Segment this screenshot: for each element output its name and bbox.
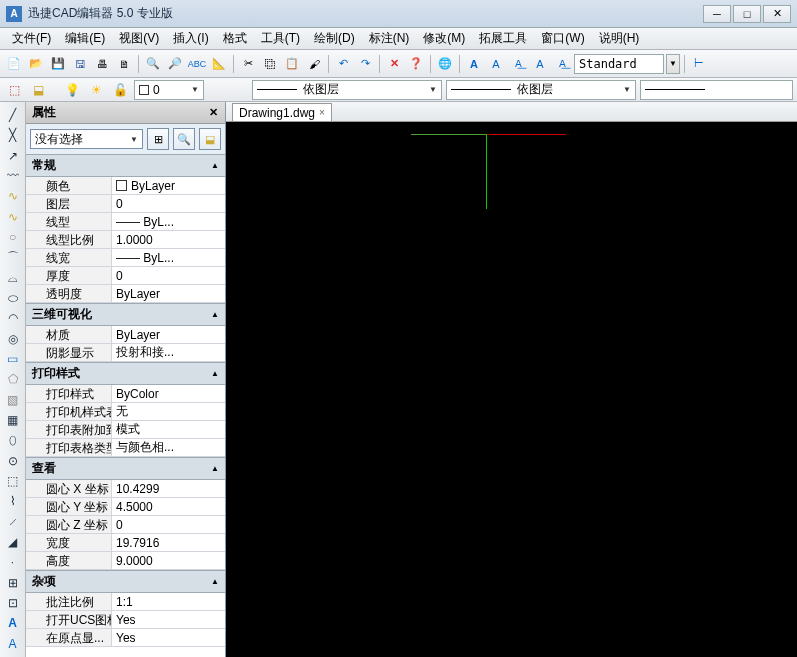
filter-icon[interactable]: ⬓ xyxy=(199,128,221,150)
prop-value[interactable]: 0 xyxy=(112,516,225,533)
print-icon[interactable]: 🖶 xyxy=(92,54,112,74)
zoom-icon[interactable]: 🔎 xyxy=(165,54,185,74)
prop-row[interactable]: 批注比例1:1 xyxy=(26,593,225,611)
arc2-icon[interactable]: ⌓ xyxy=(3,269,23,287)
new-icon[interactable]: 📄 xyxy=(4,54,24,74)
polyline-icon[interactable]: 〰 xyxy=(3,167,23,185)
revcloud-icon[interactable]: ⌇ xyxy=(3,492,23,510)
prop-value[interactable]: 0 xyxy=(112,267,225,284)
lightbulb-on-icon[interactable]: 💡 xyxy=(62,80,82,100)
prop-row[interactable]: 线型比例1.0000 xyxy=(26,231,225,249)
block-icon[interactable]: ⊞ xyxy=(3,574,23,592)
text-ai1-icon[interactable]: A͟ xyxy=(508,54,528,74)
undo-icon[interactable]: ↶ xyxy=(333,54,353,74)
prop-value[interactable]: 0 xyxy=(112,195,225,212)
prop-group-header[interactable]: 打印样式▲ xyxy=(26,362,225,385)
hatch-icon[interactable]: ▧ xyxy=(3,391,23,409)
save-icon[interactable]: 💾 xyxy=(48,54,68,74)
document-tab[interactable]: Drawing1.dwg × xyxy=(232,103,332,121)
ellipse-arc-icon[interactable]: ◠ xyxy=(3,309,23,327)
prop-value[interactable]: 1.0000 xyxy=(112,231,225,248)
prop-row[interactable]: 宽度19.7916 xyxy=(26,534,225,552)
layer0-combo[interactable]: 0 ▼ xyxy=(134,80,204,100)
prop-row[interactable]: 在原点显...Yes xyxy=(26,629,225,647)
prop-row[interactable]: 圆心 Z 坐标0 xyxy=(26,516,225,534)
lock-icon[interactable]: 🔓 xyxy=(110,80,130,100)
paste-icon[interactable]: 📋 xyxy=(282,54,302,74)
prop-value[interactable]: —— ByL... xyxy=(112,213,225,230)
menu-item-2[interactable]: 视图(V) xyxy=(113,28,165,49)
prop-row[interactable]: 线型—— ByL... xyxy=(26,213,225,231)
prop-row[interactable]: 颜色ByLayer xyxy=(26,177,225,195)
ellipse-icon[interactable]: ⬭ xyxy=(3,289,23,307)
open-icon[interactable]: 📂 xyxy=(26,54,46,74)
prop-value[interactable]: ByLayer xyxy=(112,326,225,343)
text-a2-icon[interactable]: A xyxy=(486,54,506,74)
prop-group-header[interactable]: 杂项▲ xyxy=(26,570,225,593)
text-a1-icon[interactable]: A xyxy=(464,54,484,74)
menu-item-4[interactable]: 格式 xyxy=(217,28,253,49)
prop-row[interactable]: 高度9.0000 xyxy=(26,552,225,570)
style-combo[interactable]: Standard xyxy=(574,54,664,74)
prop-value[interactable]: 与颜色相... xyxy=(112,439,225,456)
donut-icon[interactable]: ◎ xyxy=(3,330,23,348)
maximize-button[interactable]: □ xyxy=(733,5,761,23)
prop-row[interactable]: 打印机样式表无 xyxy=(26,403,225,421)
prop-value[interactable]: 9.0000 xyxy=(112,552,225,569)
menu-item-11[interactable]: 说明(H) xyxy=(593,28,646,49)
polygon-icon[interactable]: ⬠ xyxy=(3,370,23,388)
drawing-canvas[interactable] xyxy=(226,122,797,657)
menu-item-6[interactable]: 绘制(D) xyxy=(308,28,361,49)
redo-icon[interactable]: ↷ xyxy=(355,54,375,74)
sun-icon[interactable]: ☀ xyxy=(86,80,106,100)
line-icon[interactable]: ╱ xyxy=(3,106,23,124)
world-icon[interactable]: 🌐 xyxy=(435,54,455,74)
xline-icon[interactable]: ╳ xyxy=(3,126,23,144)
gradient-icon[interactable]: ▦ xyxy=(3,411,23,429)
text-ai2-icon[interactable]: A͟ xyxy=(552,54,572,74)
lineweight-combo[interactable]: 依图层 ▼ xyxy=(446,80,636,100)
quickselect-icon[interactable]: 🔍 xyxy=(173,128,195,150)
dim-icon[interactable]: ⊢ xyxy=(689,54,709,74)
text-a3-icon[interactable]: A xyxy=(530,54,550,74)
pick-icon[interactable]: ⊞ xyxy=(147,128,169,150)
abc-icon[interactable]: ABC xyxy=(187,54,207,74)
prop-value[interactable]: Yes xyxy=(112,611,225,628)
prop-value[interactable]: 19.7916 xyxy=(112,534,225,551)
prop-group-header[interactable]: 查看▲ xyxy=(26,457,225,480)
menu-item-9[interactable]: 拓展工具 xyxy=(473,28,533,49)
cut-icon[interactable]: ✂ xyxy=(238,54,258,74)
prop-value[interactable]: ByColor xyxy=(112,385,225,402)
point-icon[interactable]: · xyxy=(3,553,23,571)
insert-icon[interactable]: ⊡ xyxy=(3,594,23,612)
rectangle-icon[interactable]: ▭ xyxy=(3,350,23,368)
style-combo-dropdown[interactable]: ▼ xyxy=(666,54,680,74)
prop-row[interactable]: 打印表格类型与颜色相... xyxy=(26,439,225,457)
info-icon[interactable]: ❓ xyxy=(406,54,426,74)
layer-manager-icon[interactable]: ⬚ xyxy=(4,80,24,100)
prop-value[interactable]: 投射和接... xyxy=(112,344,225,361)
trace-icon[interactable]: ⟋ xyxy=(3,513,23,531)
menu-item-1[interactable]: 编辑(E) xyxy=(59,28,111,49)
linetype-combo[interactable]: 依图层 ▼ xyxy=(252,80,442,100)
wipeout-icon[interactable]: ⬚ xyxy=(3,472,23,490)
measure-icon[interactable]: 📐 xyxy=(209,54,229,74)
prop-row[interactable]: 圆心 X 坐标10.4299 xyxy=(26,480,225,498)
prop-row[interactable]: 打印样式ByColor xyxy=(26,385,225,403)
mtext-icon[interactable]: A xyxy=(3,614,23,632)
boundary-icon[interactable]: ⬯ xyxy=(3,431,23,449)
prop-group-header[interactable]: 常规▲ xyxy=(26,154,225,177)
prop-row[interactable]: 材质ByLayer xyxy=(26,326,225,344)
solid-icon[interactable]: ◢ xyxy=(3,533,23,551)
minimize-button[interactable]: ─ xyxy=(703,5,731,23)
circle-icon[interactable]: ○ xyxy=(3,228,23,246)
prop-row[interactable]: 阴影显示投射和接... xyxy=(26,344,225,362)
copy-icon[interactable]: ⿻ xyxy=(260,54,280,74)
prop-value[interactable]: —— ByL... xyxy=(112,249,225,266)
menu-item-5[interactable]: 工具(T) xyxy=(255,28,306,49)
spline2-icon[interactable]: ∿ xyxy=(3,208,23,226)
prop-row[interactable]: 图层0 xyxy=(26,195,225,213)
prop-row[interactable]: 打印表附加到模式 xyxy=(26,421,225,439)
arc-icon[interactable]: ⌒ xyxy=(3,248,23,266)
properties-list[interactable]: 常规▲颜色ByLayer图层0线型—— ByL...线型比例1.0000线宽——… xyxy=(26,154,225,657)
